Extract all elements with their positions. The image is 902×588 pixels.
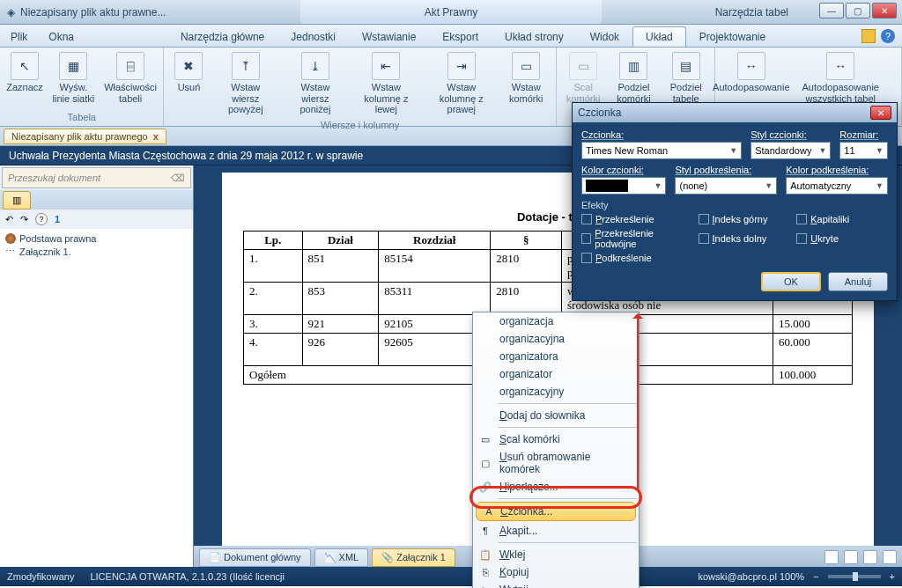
show-grid-icon: ▦ bbox=[59, 52, 87, 80]
status-bar: Zmodyfikowany LICENCJA OTWARTA, 2.1.0.23… bbox=[0, 567, 902, 586]
menu-windows[interactable]: Okna bbox=[38, 27, 85, 47]
ctx-paste[interactable]: 📋Wklej bbox=[473, 546, 639, 563]
split-table-icon: ▤ bbox=[672, 52, 700, 80]
help-icon[interactable]: ? bbox=[881, 29, 895, 43]
ribbon-select[interactable]: ↖Zaznacz bbox=[5, 49, 44, 110]
help-small-icon[interactable]: ? bbox=[35, 213, 48, 225]
spell-suggestion[interactable]: organizacyjna bbox=[473, 330, 639, 348]
insert-col-left-icon: ⇤ bbox=[372, 52, 400, 80]
ctx-hyperlink[interactable]: 🔗Hiperłącze... bbox=[473, 478, 639, 496]
ribbon-insert-col-right[interactable]: ⇥Wstaw kolumnę z prawej bbox=[425, 49, 499, 118]
side-tab-structure[interactable]: ▥ bbox=[3, 191, 31, 209]
bottom-tab-attachment[interactable]: 📎 Załącznik 1 bbox=[372, 548, 455, 567]
document-tab[interactable]: Niezapisany plik aktu prawnego x bbox=[4, 129, 166, 144]
tab-units[interactable]: Jednostki bbox=[277, 26, 349, 47]
effect-checkbox[interactable]: Przekreślenie bbox=[581, 214, 691, 224]
tool-icon-2[interactable] bbox=[844, 550, 858, 564]
ctx-font[interactable]: ACzcionka... bbox=[476, 502, 636, 521]
tool-icon-3[interactable] bbox=[863, 550, 877, 564]
title-center: Akt Prawny bbox=[300, 0, 601, 24]
tab-main[interactable]: Narzędzia główne bbox=[167, 26, 277, 47]
ribbon-show-grid[interactable]: ▦Wyśw. linie siatki bbox=[48, 49, 100, 110]
minimize-button[interactable]: — bbox=[819, 3, 844, 18]
font-dialog-title[interactable]: Czcionka ✕ bbox=[573, 103, 897, 122]
redo-icon[interactable]: ↷ bbox=[20, 214, 28, 225]
effect-checkbox[interactable]: Podkreślenie bbox=[581, 253, 691, 263]
folder-icon[interactable] bbox=[861, 29, 876, 43]
ribbon-table-props[interactable]: ⌸Właściwości tabeli bbox=[103, 49, 159, 110]
font-dialog-close-icon[interactable]: ✕ bbox=[870, 106, 891, 120]
ctx-cut[interactable]: ✂Wytnij bbox=[473, 581, 639, 588]
ribbon-delete[interactable]: ✖Usuń bbox=[169, 49, 208, 118]
close-tab-icon[interactable]: x bbox=[153, 131, 159, 142]
ribbon-insert-row-below[interactable]: ⤓Wstaw wiersz poniżej bbox=[283, 49, 348, 118]
font-size-select[interactable]: 11▼ bbox=[839, 142, 888, 159]
title-right: Narzędzia tabel — ▢ ✕ bbox=[602, 0, 902, 24]
spell-suggestion[interactable]: organizator bbox=[473, 365, 639, 383]
ribbon-insert-cells[interactable]: ▭Wstaw komórki bbox=[502, 49, 551, 118]
tab-table-layout[interactable]: Układ bbox=[632, 26, 686, 47]
ctx-remove-border[interactable]: ▢Usuń obramowanie komórek bbox=[473, 448, 639, 478]
underline-style-select[interactable]: (none)▼ bbox=[675, 177, 777, 195]
menu-file[interactable]: Plik bbox=[0, 27, 38, 47]
ribbon-insert-col-left[interactable]: ⇤Wstaw kolumnę z lewej bbox=[351, 49, 421, 118]
table-header: § bbox=[491, 232, 562, 250]
ctx-paste-icon: 📋 bbox=[478, 548, 492, 562]
navigation-panel: Przeszukaj dokument ⌫ ▥ ↶ ↷ ? 1 Podstawa… bbox=[0, 165, 194, 567]
tab-export[interactable]: Eksport bbox=[429, 26, 492, 47]
bottom-tab-main[interactable]: 📄 Dokument główny bbox=[199, 548, 311, 567]
tool-icon-4[interactable] bbox=[883, 550, 897, 564]
font-family-select[interactable]: Times New Roman▼ bbox=[581, 142, 742, 159]
search-input[interactable]: Przeszukaj dokument ⌫ bbox=[2, 167, 191, 188]
tab-insert[interactable]: Wstawianie bbox=[349, 26, 429, 47]
checkbox-icon bbox=[699, 214, 709, 224]
split-cells-icon: ▥ bbox=[619, 52, 647, 80]
cancel-button[interactable]: Anuluj bbox=[828, 272, 888, 291]
ribbon-insert-row-above[interactable]: ⤒Wstaw wiersz powyżej bbox=[211, 49, 279, 118]
checkbox-icon bbox=[581, 214, 592, 224]
ctx-add-dict[interactable]: Dodaj do słownika bbox=[473, 407, 639, 424]
effect-checkbox[interactable]: Indeks górny bbox=[699, 214, 790, 224]
font-color-select[interactable]: ▼ bbox=[581, 177, 666, 195]
effect-checkbox[interactable]: Przekreślenie podwójne bbox=[581, 228, 691, 249]
tab-design[interactable]: Projektowanie bbox=[686, 26, 779, 47]
zoom-slider[interactable] bbox=[828, 575, 881, 578]
ribbon-split-table[interactable]: ▤Podziel tabele bbox=[662, 49, 709, 110]
spell-suggestion[interactable]: organizacyjny bbox=[473, 383, 639, 401]
side-toolbar: ↶ ↷ ? 1 bbox=[0, 209, 193, 229]
table-header: Rozdział bbox=[379, 232, 491, 250]
document-tab-label: Niezapisany plik aktu prawnego bbox=[11, 131, 148, 142]
ctx-cut-icon: ✂ bbox=[478, 583, 492, 588]
checkbox-icon bbox=[796, 214, 807, 224]
tree-item-basis[interactable]: Podstawa prawna bbox=[5, 232, 188, 245]
node-count: 1 bbox=[55, 214, 60, 224]
ctx-paragraph[interactable]: ¶Akapit... bbox=[473, 522, 639, 540]
spell-suggestion[interactable]: organizacja bbox=[473, 312, 639, 330]
label-style: Styl czcionki: bbox=[750, 129, 831, 140]
tab-view[interactable]: Widok bbox=[577, 26, 632, 47]
font-style-select[interactable]: Standardowy▼ bbox=[750, 142, 831, 159]
effect-checkbox[interactable]: Kapitaliki bbox=[796, 214, 888, 224]
tab-layout[interactable]: Układ strony bbox=[492, 26, 577, 47]
bottom-tab-xml[interactable]: 📉 XML bbox=[314, 548, 369, 567]
tool-icon-1[interactable] bbox=[824, 550, 839, 564]
status-license: LICENCJA OTWARTA, 2.1.0.23 (Ilość licenc… bbox=[90, 571, 284, 582]
ctx-merge[interactable]: ▭Scal komórki bbox=[473, 430, 639, 448]
zoom-out-icon[interactable]: − bbox=[813, 571, 818, 582]
spell-suggestion[interactable]: organizatora bbox=[473, 348, 639, 365]
maximize-button[interactable]: ▢ bbox=[846, 3, 870, 18]
zoom-in-icon[interactable]: + bbox=[890, 571, 895, 582]
eraser-icon[interactable]: ⌫ bbox=[171, 173, 185, 184]
effect-checkbox[interactable]: Ukryte bbox=[796, 228, 888, 249]
ok-button[interactable]: OK bbox=[761, 272, 821, 291]
tree-item-attachment[interactable]: ⋯Załącznik 1. bbox=[5, 245, 188, 258]
undo-icon[interactable]: ↶ bbox=[5, 214, 13, 225]
close-button[interactable]: ✕ bbox=[872, 3, 897, 18]
ctx-copy[interactable]: ⎘Kopiuj bbox=[473, 563, 639, 581]
ribbon-split-cells[interactable]: ▥Podziel komórki bbox=[609, 49, 660, 110]
ctx-font-icon: A bbox=[482, 504, 496, 518]
title-bar: ◈Niezapisany plik aktu prawne... Akt Pra… bbox=[0, 0, 902, 25]
merge-cells-icon: ▭ bbox=[569, 52, 597, 80]
effect-checkbox[interactable]: Indeks dolny bbox=[699, 228, 790, 249]
underline-color-select[interactable]: Automatyczny▼ bbox=[786, 177, 888, 195]
